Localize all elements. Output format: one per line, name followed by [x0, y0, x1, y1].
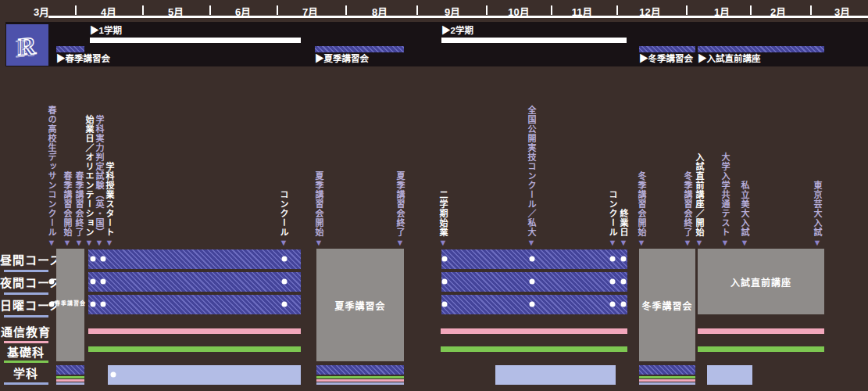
event-label: 入試直前講座／開始	[694, 152, 705, 237]
row-underline	[4, 361, 48, 363]
month-tick	[277, 5, 278, 15]
school-logo: R R	[6, 24, 48, 66]
event-arrow-down-icon: ▼	[48, 239, 56, 247]
bar-lightblue	[108, 365, 301, 385]
row-underline	[4, 270, 48, 272]
row-label: 夜間コース	[0, 274, 52, 290]
event-label: コンクール	[278, 190, 289, 237]
event-column: 全国公開実技コンクール／私大▼	[524, 97, 538, 247]
seminar-block-label: 春季講習会	[55, 299, 86, 307]
course-bar-hatched	[88, 249, 301, 269]
event-column: 学科授業スタート▼	[102, 97, 116, 247]
marker-dot	[610, 279, 616, 285]
month-tick	[616, 5, 618, 15]
event-column: 私立美大入試▼	[738, 97, 752, 247]
course-bar-hatched	[88, 295, 301, 314]
bar-green	[56, 376, 84, 378]
month-tick	[551, 5, 552, 15]
marker-dot	[282, 279, 288, 285]
term-bar	[90, 38, 301, 43]
month-label: 3月	[834, 4, 850, 19]
row-label: 通信教育	[0, 323, 52, 339]
month-tick	[345, 5, 347, 15]
seminar-block: 春季講習会	[56, 249, 84, 361]
bar-green	[441, 346, 627, 352]
event-arrow-down-icon: ▼	[684, 239, 692, 247]
row-label: 昼間コース	[0, 251, 52, 267]
event-column: 大学入学共通テスト▼	[718, 97, 732, 247]
event-column: 冬季講習会開始▼	[634, 97, 648, 247]
event-label: 全国公開実技コンクール／私大	[526, 106, 537, 237]
month-label: 6月	[235, 4, 251, 19]
event-arrow-down-icon: ▼	[813, 239, 822, 247]
marker-dot	[621, 302, 627, 307]
month-tick	[486, 5, 488, 15]
event-arrow-down-icon: ▼	[638, 239, 646, 247]
seminar-bar	[639, 46, 695, 52]
month-tick	[750, 5, 752, 15]
event-label: 冬季講習会終了	[682, 171, 693, 237]
bar-lavender	[639, 382, 695, 385]
event-label: 夏季講習会終了	[395, 171, 405, 237]
row-label: 日曜コース	[0, 296, 52, 313]
month-label: 9月	[445, 4, 460, 19]
month-label: 8月	[372, 4, 388, 19]
bar-lavender	[56, 382, 84, 385]
bar-pink	[316, 379, 404, 382]
event-column: 東京芸大入試▼	[810, 97, 824, 247]
event-arrow-down-icon: ▼	[396, 239, 405, 247]
event-label: 冬季講習会開始	[636, 171, 647, 237]
course-bar-hatched	[316, 365, 404, 375]
event-column: 終業日▼	[616, 97, 630, 247]
month-label: 12月	[639, 4, 660, 19]
row-underline	[4, 292, 48, 295]
marker-dot	[111, 372, 116, 378]
row-underline	[4, 382, 48, 385]
bar-lightblue	[707, 365, 752, 385]
marker-dot	[621, 256, 627, 262]
month-label: 11月	[572, 4, 593, 19]
month-tick	[416, 5, 418, 15]
month-tick	[810, 5, 812, 15]
term-bar	[441, 38, 627, 43]
marker-dot	[621, 279, 627, 285]
bar-pink	[698, 328, 824, 334]
logo-r-mark: R R	[10, 28, 45, 63]
event-arrow-down-icon: ▼	[609, 239, 617, 247]
course-bar-hatched	[639, 365, 695, 375]
event-label: 学科授業スタート	[104, 162, 115, 237]
event-arrow-down-icon: ▼	[721, 239, 730, 247]
bar-lightblue	[495, 365, 616, 385]
seminar-label: ▶春季講習会	[56, 54, 110, 64]
event-arrow-down-icon: ▼	[620, 239, 628, 247]
event-column: 夏季講習会終了▼	[393, 97, 407, 247]
seminar-label: ▶夏季講習会	[315, 54, 369, 64]
event-column: 二学期始業▼	[436, 97, 450, 247]
event-arrow-down-icon: ▼	[741, 239, 749, 247]
marker-dot	[530, 279, 535, 285]
month-tick	[686, 5, 688, 15]
bar-lavender	[316, 382, 404, 385]
event-arrow-down-icon: ▼	[63, 239, 72, 247]
event-column: 夏季講習会開始▼	[312, 97, 326, 247]
seminar-bar	[698, 46, 824, 52]
marker-dot	[610, 302, 616, 307]
bar-green	[88, 346, 301, 352]
seminar-block: 夏季講習会	[316, 249, 404, 361]
event-label: 私立美大入試	[739, 181, 750, 237]
month-tick	[209, 5, 211, 15]
marker-dot	[530, 256, 535, 262]
marker-dot	[101, 256, 106, 262]
seminar-bar	[56, 46, 84, 52]
bar-pink	[88, 328, 301, 334]
marker-dot	[442, 302, 448, 307]
event-arrow-down-icon: ▼	[315, 239, 323, 247]
bar-green	[698, 346, 824, 352]
bar-green	[639, 376, 695, 378]
month-label: 10月	[508, 4, 529, 19]
marker-dot	[442, 256, 448, 262]
month-label: 5月	[168, 4, 184, 19]
marker-dot	[530, 302, 535, 307]
marker-dot	[610, 256, 616, 262]
event-column: 入試直前講座／開始▼	[692, 97, 706, 247]
